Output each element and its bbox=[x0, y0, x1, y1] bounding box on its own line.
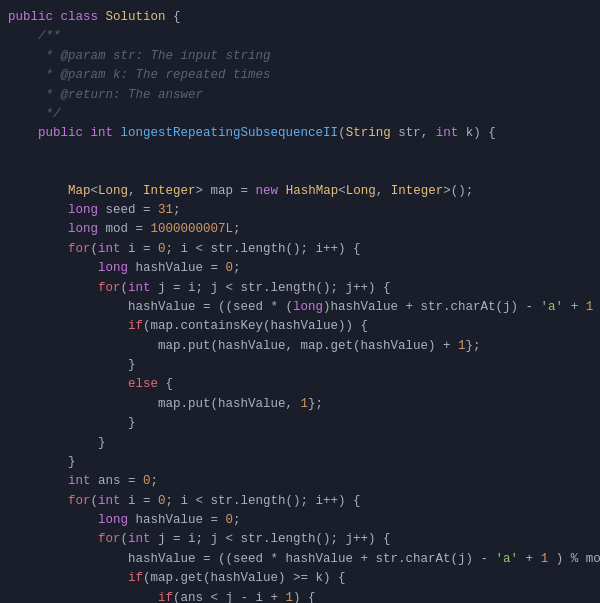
code-token bbox=[98, 8, 106, 27]
code-token: 1000000007L bbox=[151, 220, 234, 239]
code-editor: public class Solution { /** * @param str… bbox=[0, 0, 600, 603]
code-token: hashValue = bbox=[128, 259, 226, 278]
code-line: * @return: The answer bbox=[0, 86, 600, 105]
code-token: if bbox=[8, 589, 173, 604]
code-token: )hashValue + str.charAt(j) - bbox=[323, 298, 541, 317]
code-token bbox=[8, 472, 68, 491]
code-token: ) % mod); bbox=[593, 298, 600, 317]
code-line: * @param k: The repeated times bbox=[0, 66, 600, 85]
code-token: ; bbox=[151, 472, 159, 491]
code-token: ; i < str.length(); i++) { bbox=[166, 240, 361, 259]
code-token: ) { bbox=[293, 589, 316, 604]
code-token: }; bbox=[308, 395, 323, 414]
code-token: int bbox=[128, 279, 151, 298]
code-token bbox=[8, 201, 68, 220]
code-line: for(int j = i; j < str.length(); j++) { bbox=[0, 530, 600, 549]
code-token: < bbox=[91, 182, 99, 201]
code-token: int bbox=[68, 472, 91, 491]
code-token: int bbox=[128, 530, 151, 549]
code-token: + bbox=[563, 298, 586, 317]
code-token: Long bbox=[98, 182, 128, 201]
code-token: ; i < str.length(); i++) { bbox=[166, 492, 361, 511]
code-line: } bbox=[0, 414, 600, 433]
code-token: map.put(hashValue, bbox=[8, 395, 301, 414]
code-token: ( bbox=[91, 240, 99, 259]
code-token: ( bbox=[338, 124, 346, 143]
code-token: k) { bbox=[458, 124, 496, 143]
code-line: Map<Long, Integer> map = new HashMap<Lon… bbox=[0, 182, 600, 201]
code-token: } bbox=[8, 356, 136, 375]
code-token bbox=[113, 124, 121, 143]
code-line: long hashValue = 0; bbox=[0, 511, 600, 530]
code-token bbox=[8, 86, 46, 105]
code-token bbox=[8, 182, 68, 201]
code-token: 'a' bbox=[541, 298, 564, 317]
code-token: j = i; j < str.length(); j++) { bbox=[151, 530, 391, 549]
code-token: long bbox=[98, 511, 128, 530]
code-token: 1 bbox=[301, 395, 309, 414]
code-token: 'a' bbox=[496, 550, 519, 569]
code-token: * @param str: The input string bbox=[46, 47, 271, 66]
code-token: 1 bbox=[586, 298, 594, 317]
code-line: else { bbox=[0, 375, 600, 394]
code-token: 0 bbox=[143, 472, 151, 491]
code-token: } bbox=[8, 414, 136, 433]
code-token: Long bbox=[346, 182, 376, 201]
code-line: if(map.containsKey(hashValue)) { bbox=[0, 317, 600, 336]
code-token: for bbox=[8, 279, 121, 298]
code-token: int bbox=[91, 124, 114, 143]
code-line: public int longestRepeatingSubsequenceII… bbox=[0, 124, 600, 143]
code-token: }; bbox=[466, 337, 481, 356]
code-token: ( bbox=[91, 492, 99, 511]
code-token: public bbox=[8, 8, 53, 27]
code-token: new bbox=[256, 182, 279, 201]
code-line: /** bbox=[0, 27, 600, 46]
code-token bbox=[278, 182, 286, 201]
code-token: long bbox=[293, 298, 323, 317]
code-token: Solution bbox=[106, 8, 166, 27]
code-line: } bbox=[0, 434, 600, 453]
code-token: 1 bbox=[458, 337, 466, 356]
code-line: public class Solution { bbox=[0, 8, 600, 27]
code-token: < bbox=[338, 182, 346, 201]
code-token: i = bbox=[121, 240, 159, 259]
code-token: * @return: The answer bbox=[46, 86, 204, 105]
code-token: long bbox=[68, 220, 98, 239]
code-token: /** bbox=[38, 27, 61, 46]
code-token: class bbox=[61, 8, 99, 27]
code-line: if(ans < j - i + 1) { bbox=[0, 589, 600, 604]
code-token: hashValue = bbox=[128, 511, 226, 530]
code-token: { bbox=[166, 8, 181, 27]
code-line bbox=[0, 163, 600, 182]
code-token bbox=[8, 124, 38, 143]
code-token bbox=[8, 47, 46, 66]
code-token: long bbox=[68, 201, 98, 220]
code-token bbox=[8, 27, 38, 46]
code-token: for bbox=[8, 530, 121, 549]
code-token: 1 bbox=[541, 550, 549, 569]
code-token: ( bbox=[121, 530, 129, 549]
code-token bbox=[8, 105, 46, 124]
code-token: longestRepeatingSubsequenceII bbox=[121, 124, 339, 143]
code-token: hashValue = ((seed * hashValue + str.cha… bbox=[8, 550, 496, 569]
code-token bbox=[53, 8, 61, 27]
code-token bbox=[8, 66, 46, 85]
code-token: HashMap bbox=[286, 182, 339, 201]
code-line: for(int i = 0; i < str.length(); i++) { bbox=[0, 240, 600, 259]
code-line: long mod = 1000000007L; bbox=[0, 220, 600, 239]
code-token: ; bbox=[173, 201, 181, 220]
code-token: if bbox=[8, 569, 143, 588]
code-token: 31 bbox=[158, 201, 173, 220]
code-token: ; bbox=[233, 220, 241, 239]
code-token: 0 bbox=[226, 259, 234, 278]
code-token: 1 bbox=[286, 589, 294, 604]
code-line bbox=[0, 144, 600, 163]
code-token: for bbox=[8, 492, 91, 511]
code-token: } bbox=[8, 434, 106, 453]
code-token: if bbox=[8, 317, 143, 336]
code-token bbox=[8, 220, 68, 239]
code-token: i = bbox=[121, 492, 159, 511]
code-line: for(int j = i; j < str.length(); j++) { bbox=[0, 279, 600, 298]
code-token: str, bbox=[391, 124, 436, 143]
code-line: if(map.get(hashValue) >= k) { bbox=[0, 569, 600, 588]
